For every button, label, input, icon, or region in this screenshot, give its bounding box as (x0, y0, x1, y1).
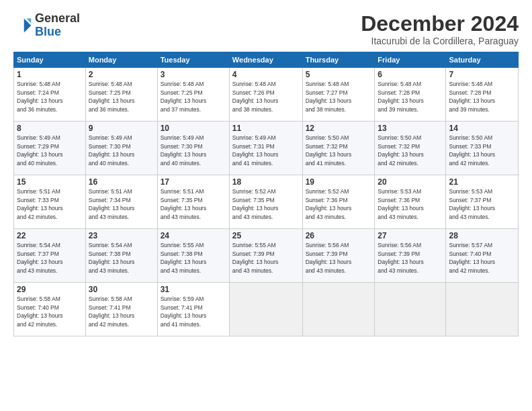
day-info: Sunrise: 5:53 AMSunset: 7:36 PMDaylight:… (378, 188, 424, 220)
day-number: 4 (232, 70, 300, 79)
day-info: Sunrise: 5:50 AMSunset: 7:33 PMDaylight:… (449, 134, 495, 166)
calendar-day-cell: 13 Sunrise: 5:50 AMSunset: 7:32 PMDaylig… (375, 122, 446, 175)
weekday-header: Monday (85, 52, 157, 68)
calendar-day-cell (302, 283, 375, 336)
calendar-day-cell: 31 Sunrise: 5:59 AMSunset: 7:41 PMDaylig… (157, 283, 229, 336)
day-number: 23 (89, 231, 154, 240)
day-number: 16 (89, 177, 154, 187)
calendar-day-cell: 9 Sunrise: 5:49 AMSunset: 7:30 PMDayligh… (85, 122, 157, 175)
calendar-day-cell: 8 Sunrise: 5:49 AMSunset: 7:29 PMDayligh… (14, 122, 86, 175)
day-number: 27 (378, 231, 443, 240)
title-block: December 2024 Itacurubi de la Cordillera… (361, 12, 519, 46)
day-info: Sunrise: 5:52 AMSunset: 7:36 PMDaylight:… (306, 188, 352, 220)
day-info: Sunrise: 5:57 AMSunset: 7:40 PMDaylight:… (449, 242, 495, 273)
calendar-day-cell: 1 Sunrise: 5:48 AMSunset: 7:24 PMDayligh… (14, 68, 86, 122)
day-info: Sunrise: 5:48 AMSunset: 7:25 PMDaylight:… (89, 81, 135, 112)
day-number: 20 (378, 177, 443, 187)
day-info: Sunrise: 5:48 AMSunset: 7:28 PMDaylight:… (378, 81, 424, 112)
calendar-day-cell: 17 Sunrise: 5:51 AMSunset: 7:35 PMDaylig… (157, 175, 229, 229)
calendar-day-cell: 19 Sunrise: 5:52 AMSunset: 7:36 PMDaylig… (302, 175, 375, 229)
month-title: December 2024 (361, 12, 519, 36)
location: Itacurubi de la Cordillera, Paraguay (361, 36, 519, 46)
day-number: 14 (449, 124, 515, 133)
calendar-week-row: 8 Sunrise: 5:49 AMSunset: 7:29 PMDayligh… (14, 122, 519, 175)
day-number: 3 (161, 70, 226, 79)
day-number: 5 (306, 70, 372, 79)
day-info: Sunrise: 5:51 AMSunset: 7:34 PMDaylight:… (89, 188, 135, 220)
weekday-header: Tuesday (157, 52, 229, 68)
calendar-day-cell: 11 Sunrise: 5:49 AMSunset: 7:31 PMDaylig… (229, 122, 302, 175)
day-info: Sunrise: 5:56 AMSunset: 7:39 PMDaylight:… (378, 242, 424, 273)
calendar-day-cell (446, 283, 519, 336)
calendar-day-cell: 27 Sunrise: 5:56 AMSunset: 7:39 PMDaylig… (375, 229, 446, 283)
calendar-day-cell: 28 Sunrise: 5:57 AMSunset: 7:40 PMDaylig… (446, 229, 519, 283)
day-number: 1 (17, 70, 83, 79)
day-info: Sunrise: 5:51 AMSunset: 7:33 PMDaylight:… (17, 188, 63, 220)
day-number: 15 (17, 177, 83, 187)
day-number: 11 (232, 124, 300, 133)
day-number: 29 (17, 285, 83, 294)
day-info: Sunrise: 5:51 AMSunset: 7:35 PMDaylight:… (161, 188, 207, 220)
day-number: 12 (306, 124, 372, 133)
day-info: Sunrise: 5:55 AMSunset: 7:39 PMDaylight:… (232, 242, 279, 273)
calendar-week-row: 1 Sunrise: 5:48 AMSunset: 7:24 PMDayligh… (14, 68, 519, 122)
calendar-week-row: 15 Sunrise: 5:51 AMSunset: 7:33 PMDaylig… (14, 175, 519, 229)
calendar-day-cell: 21 Sunrise: 5:53 AMSunset: 7:37 PMDaylig… (446, 175, 519, 229)
weekday-header: Friday (375, 52, 446, 68)
day-number: 26 (306, 231, 372, 240)
day-number: 2 (89, 70, 154, 79)
calendar-day-cell: 16 Sunrise: 5:51 AMSunset: 7:34 PMDaylig… (85, 175, 157, 229)
calendar-day-cell (229, 283, 302, 336)
calendar-day-cell: 3 Sunrise: 5:48 AMSunset: 7:25 PMDayligh… (157, 68, 229, 122)
day-info: Sunrise: 5:49 AMSunset: 7:30 PMDaylight:… (161, 134, 207, 166)
day-number: 17 (161, 177, 226, 187)
calendar-day-cell: 12 Sunrise: 5:50 AMSunset: 7:32 PMDaylig… (302, 122, 375, 175)
day-info: Sunrise: 5:54 AMSunset: 7:37 PMDaylight:… (17, 242, 63, 273)
calendar-day-cell: 2 Sunrise: 5:48 AMSunset: 7:25 PMDayligh… (85, 68, 157, 122)
day-number: 19 (306, 177, 372, 187)
calendar-day-cell: 24 Sunrise: 5:55 AMSunset: 7:38 PMDaylig… (157, 229, 229, 283)
calendar-week-row: 29 Sunrise: 5:58 AMSunset: 7:40 PMDaylig… (14, 283, 519, 336)
calendar-day-cell: 29 Sunrise: 5:58 AMSunset: 7:40 PMDaylig… (14, 283, 86, 336)
calendar-header-row: SundayMondayTuesdayWednesdayThursdayFrid… (14, 52, 519, 68)
day-number: 9 (89, 124, 154, 133)
weekday-header: Wednesday (229, 52, 302, 68)
calendar-day-cell: 23 Sunrise: 5:54 AMSunset: 7:38 PMDaylig… (85, 229, 157, 283)
day-number: 21 (449, 177, 515, 187)
calendar-day-cell: 22 Sunrise: 5:54 AMSunset: 7:37 PMDaylig… (14, 229, 86, 283)
calendar-day-cell: 18 Sunrise: 5:52 AMSunset: 7:35 PMDaylig… (229, 175, 302, 229)
day-info: Sunrise: 5:48 AMSunset: 7:28 PMDaylight:… (449, 81, 495, 112)
day-info: Sunrise: 5:48 AMSunset: 7:25 PMDaylight:… (161, 81, 207, 112)
logo-blue-text: Blue (35, 26, 80, 39)
day-info: Sunrise: 5:49 AMSunset: 7:31 PMDaylight:… (232, 134, 279, 166)
calendar-day-cell: 14 Sunrise: 5:50 AMSunset: 7:33 PMDaylig… (446, 122, 519, 175)
weekday-header: Sunday (14, 52, 86, 68)
day-info: Sunrise: 5:59 AMSunset: 7:41 PMDaylight:… (161, 295, 207, 327)
calendar-week-row: 22 Sunrise: 5:54 AMSunset: 7:37 PMDaylig… (14, 229, 519, 283)
calendar-day-cell: 26 Sunrise: 5:56 AMSunset: 7:39 PMDaylig… (302, 229, 375, 283)
calendar-day-cell: 25 Sunrise: 5:55 AMSunset: 7:39 PMDaylig… (229, 229, 302, 283)
calendar-day-cell: 10 Sunrise: 5:49 AMSunset: 7:30 PMDaylig… (157, 122, 229, 175)
day-info: Sunrise: 5:53 AMSunset: 7:37 PMDaylight:… (449, 188, 495, 220)
day-info: Sunrise: 5:48 AMSunset: 7:24 PMDaylight:… (17, 81, 63, 112)
day-info: Sunrise: 5:56 AMSunset: 7:39 PMDaylight:… (306, 242, 352, 273)
page: General Blue December 2024 Itacurubi de … (0, 0, 532, 411)
calendar-day-cell (375, 283, 446, 336)
day-number: 24 (161, 231, 226, 240)
day-number: 22 (17, 231, 83, 240)
calendar-day-cell: 6 Sunrise: 5:48 AMSunset: 7:28 PMDayligh… (375, 68, 446, 122)
day-number: 18 (232, 177, 300, 187)
day-info: Sunrise: 5:48 AMSunset: 7:27 PMDaylight:… (306, 81, 352, 112)
weekday-header: Saturday (446, 52, 519, 68)
header: General Blue December 2024 Itacurubi de … (13, 12, 519, 46)
day-number: 13 (378, 124, 443, 133)
calendar-day-cell: 7 Sunrise: 5:48 AMSunset: 7:28 PMDayligh… (446, 68, 519, 122)
day-info: Sunrise: 5:50 AMSunset: 7:32 PMDaylight:… (306, 134, 352, 166)
day-number: 10 (161, 124, 226, 133)
day-number: 30 (89, 285, 154, 294)
calendar-day-cell: 20 Sunrise: 5:53 AMSunset: 7:36 PMDaylig… (375, 175, 446, 229)
calendar-day-cell: 4 Sunrise: 5:48 AMSunset: 7:26 PMDayligh… (229, 68, 302, 122)
day-info: Sunrise: 5:48 AMSunset: 7:26 PMDaylight:… (232, 81, 279, 112)
day-number: 8 (17, 124, 83, 133)
logo-general-text: General (35, 12, 80, 26)
